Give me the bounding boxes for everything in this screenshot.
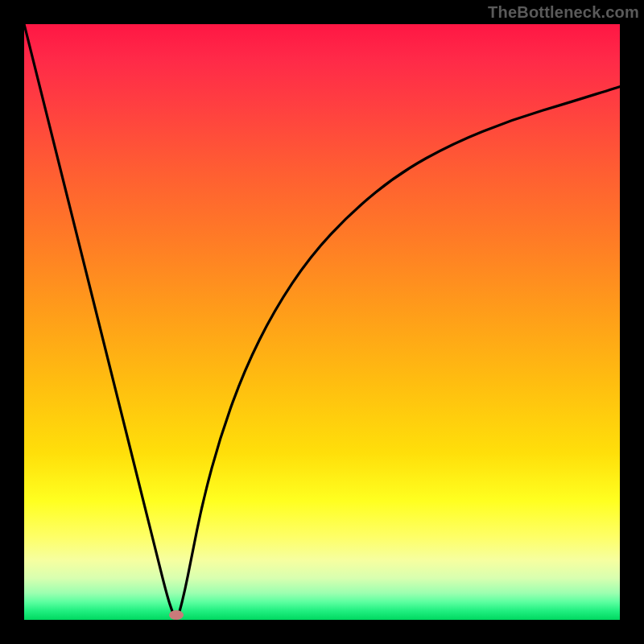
chart-stage: TheBottleneck.com bbox=[0, 0, 644, 644]
chart-svg bbox=[24, 24, 620, 620]
watermark-text: TheBottleneck.com bbox=[488, 3, 639, 22]
plot-area bbox=[24, 24, 620, 620]
bottleneck-curve bbox=[24, 24, 620, 618]
optimal-point-marker bbox=[169, 610, 184, 620]
